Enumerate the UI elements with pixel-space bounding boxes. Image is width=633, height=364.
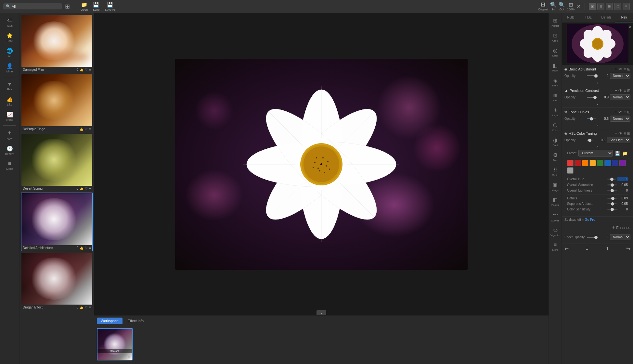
sidebar-item-new[interactable]: + New xyxy=(0,127,19,143)
heart-icon-1[interactable]: ♡ xyxy=(85,68,88,71)
sidebar-item-like[interactable]: 👍 Like xyxy=(0,94,19,109)
heart-icon-5[interactable]: ♡ xyxy=(85,306,88,309)
view-single-button[interactable]: ▣ xyxy=(589,3,596,10)
tone-opacity-slider[interactable] xyxy=(587,118,596,119)
sidebar-item-fav[interactable]: ♥ Fav xyxy=(0,79,19,94)
menu-icon-3[interactable]: ≡ xyxy=(89,187,91,190)
search-box[interactable]: 🔍 xyxy=(3,3,62,9)
tab-rgb[interactable]: RGB xyxy=(562,13,580,22)
zoom-in-button[interactable]: 🔍 In xyxy=(550,2,557,11)
hsl-color-purple[interactable] xyxy=(619,160,626,166)
like-icon-3[interactable]: 👍 xyxy=(80,187,84,190)
basic-chevron-down[interactable]: ∨ xyxy=(564,80,630,84)
layers-button[interactable]: ≡ xyxy=(586,246,588,251)
preset-item-depurple[interactable]: DePurple Tinge 0 👍 ♡ ≡ xyxy=(21,74,93,132)
effect-opacity-slider[interactable] xyxy=(587,237,596,238)
tool-posterize[interactable]: ◧ Poster xyxy=(549,194,562,209)
tool-tols[interactable]: ⚙ Tols xyxy=(549,149,562,164)
precision-grid-btn[interactable]: ⊞ xyxy=(627,88,630,93)
view-split-button[interactable]: ⊟ xyxy=(597,3,604,10)
precision-blend-mode[interactable]: Normal xyxy=(610,94,630,100)
precision-eye-btn[interactable]: 👁 xyxy=(618,88,622,93)
basic-add-btn[interactable]: + xyxy=(615,67,617,71)
sidebar-item-more[interactable]: ≡ More xyxy=(0,158,19,173)
basic-opacity-slider[interactable] xyxy=(587,75,596,76)
preset-item-damaged-film[interactable]: Damaged Film 0 👍 ♡ ≡ xyxy=(21,14,93,73)
precision-menu-btn[interactable]: ≡ xyxy=(624,88,626,93)
tool-curves[interactable]: 〜 Curves xyxy=(549,209,562,225)
share-button[interactable]: ⬆ xyxy=(605,246,609,251)
overall-hue-slider[interactable] xyxy=(607,179,616,180)
tool-dual[interactable]: ◑ Dual xyxy=(549,134,562,149)
tab-nav[interactable]: Nav xyxy=(615,13,633,22)
tool-grain[interactable]: ⠿ Grain xyxy=(549,164,562,179)
like-icon-1[interactable]: 👍 xyxy=(80,68,84,71)
sidebar-item-recent[interactable]: 🕐 Recent xyxy=(0,143,19,158)
zoom-100-button[interactable]: ⊞ 100% xyxy=(567,2,575,11)
like-icon-2[interactable]: 👍 xyxy=(80,127,84,131)
basic-menu-btn[interactable]: ≡ xyxy=(624,67,626,71)
tool-image[interactable]: ▣ Image xyxy=(549,179,562,194)
tool-bright[interactable]: ☀ Bright xyxy=(549,105,562,119)
basic-eye-btn[interactable]: 👁 xyxy=(618,67,622,71)
heart-icon-4[interactable]: ♡ xyxy=(85,246,88,250)
view-grid-button[interactable]: ⊞ xyxy=(606,3,613,10)
hsl-color-orange[interactable] xyxy=(582,160,588,166)
tool-more[interactable]: ≡ More xyxy=(549,239,562,254)
canvas-toggle[interactable]: ∨ xyxy=(316,310,326,315)
sidebar-item-mine[interactable]: 👤 Mine xyxy=(0,60,19,76)
preset-item-dragan-effect[interactable]: Dragan Effect 0 👍 ♡ ≡ xyxy=(21,252,93,311)
menu-icon-5[interactable]: ≡ xyxy=(89,306,91,309)
tool-lens[interactable]: ◎ Lens xyxy=(549,45,562,60)
basic-grid-btn[interactable]: ⊞ xyxy=(627,67,630,71)
overall-saturation-slider[interactable] xyxy=(607,184,617,185)
tool-blur[interactable]: ≋ Blur xyxy=(549,90,562,105)
original-button[interactable]: 🖼 Original xyxy=(538,2,548,11)
like-icon-4[interactable]: 👍 xyxy=(80,246,84,250)
tone-menu-btn[interactable]: ≡ xyxy=(624,110,626,114)
sidebar-item-feat[interactable]: ⭐ Feat xyxy=(0,30,19,45)
go-pro-button[interactable]: Go Pro xyxy=(585,218,595,221)
tab-effect-info[interactable]: Effect Info xyxy=(124,318,148,324)
tool-vignette[interactable]: ⬭ Vignette xyxy=(549,225,562,239)
hsl-color-gray[interactable] xyxy=(567,167,574,174)
tool-color[interactable]: ⬡ Color xyxy=(549,119,562,134)
hsl-color-red[interactable] xyxy=(567,160,574,166)
precision-opacity-slider[interactable] xyxy=(587,97,596,98)
hsl-color-blue[interactable] xyxy=(604,160,611,166)
hsl-color-green[interactable] xyxy=(597,160,603,166)
enhance-button[interactable]: + Enhance xyxy=(562,223,633,232)
search-input[interactable] xyxy=(12,5,54,8)
preset-item-detailed-architecture[interactable]: Detailed Architecture 2 👍 ♡ ≡ xyxy=(21,193,93,251)
zoom-out-button[interactable]: 🔍 Out xyxy=(559,2,565,11)
tone-chevron-down[interactable]: ∨ xyxy=(564,123,630,127)
hsl-preset-select[interactable]: Custom xyxy=(578,150,613,157)
hsl-opacity-slider[interactable] xyxy=(587,140,593,141)
hsl-grid-btn[interactable]: ⊞ xyxy=(627,131,630,136)
overall-lightness-slider[interactable] xyxy=(607,190,617,191)
hsl-chevron-up[interactable]: ∧ xyxy=(564,144,630,148)
sidebar-item-tags[interactable]: 🏷 Tags xyxy=(0,15,19,30)
menu-icon-1[interactable]: ≡ xyxy=(89,68,91,71)
hsl-color-darkblue[interactable] xyxy=(612,160,618,166)
suppress-artifacts-slider[interactable] xyxy=(607,203,617,204)
heart-icon-3[interactable]: ♡ xyxy=(85,187,88,190)
tab-workspace[interactable]: Workspace xyxy=(97,318,123,324)
tone-grid-btn[interactable]: ⊞ xyxy=(627,110,630,114)
filmstrip-close-icon[interactable]: ✕ xyxy=(127,355,131,359)
hsl-eye-btn[interactable]: 👁 xyxy=(618,131,622,136)
tone-eye-btn[interactable]: 👁 xyxy=(618,110,622,114)
hsl-menu-btn[interactable]: ≡ xyxy=(624,131,626,136)
save-button[interactable]: 💾 Save xyxy=(93,2,100,11)
save-as-button[interactable]: 💾 Save As xyxy=(105,2,116,11)
grid-icon[interactable]: ⊞ xyxy=(65,3,70,10)
filmstrip-item-flower[interactable]: flower ≡ ✕ xyxy=(97,328,133,360)
hsl-color-yellow[interactable] xyxy=(589,160,596,166)
sidebar-item-trend[interactable]: 📈 Trend xyxy=(0,109,19,124)
tool-basic[interactable]: ◈ Basic xyxy=(549,75,562,90)
hsl-color-darkred[interactable] xyxy=(575,160,581,166)
precision-chevron-down[interactable]: ∨ xyxy=(564,102,630,106)
tab-hsl[interactable]: HSL xyxy=(580,13,598,22)
precision-add-btn[interactable]: + xyxy=(615,88,617,93)
like-icon-5[interactable]: 👍 xyxy=(80,306,84,309)
